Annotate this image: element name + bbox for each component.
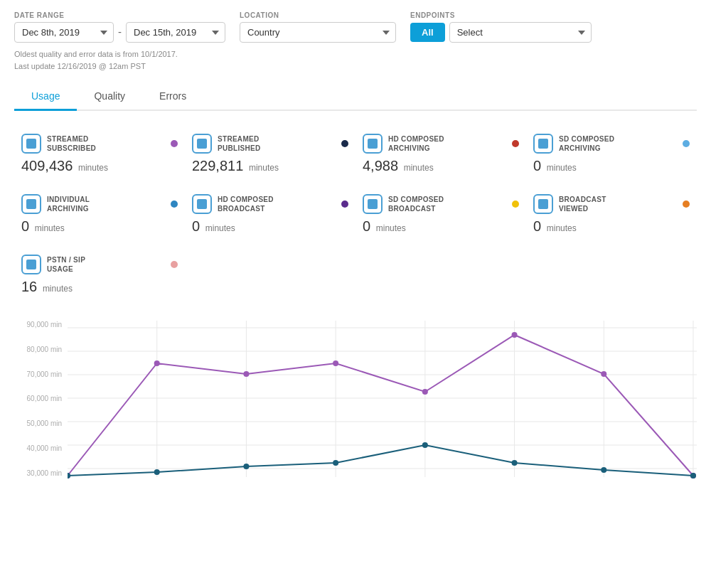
metric-dot <box>512 201 519 208</box>
metric-item-streamed-subscribed: STREAMEDSUBSCRIBED 409,436 minutes <box>14 125 185 186</box>
svg-point-19 <box>512 332 518 338</box>
metrics-grid: STREAMEDSUBSCRIBED 409,436 minutes STREA… <box>14 125 697 306</box>
metric-icon <box>21 134 41 154</box>
metric-value: 0 <box>533 218 541 234</box>
svg-point-24 <box>243 464 249 469</box>
endpoints-inputs: All Select <box>410 22 592 43</box>
y-axis-label: 70,000 min <box>14 370 62 378</box>
metric-dot <box>512 140 519 147</box>
date-range-label: DATE RANGE <box>14 11 225 19</box>
metric-item-hd-composed-archiving: HD COMPOSEDARCHIVING 4,988 minutes <box>356 125 526 186</box>
endpoints-label: ENDPOINTS <box>410 11 592 19</box>
y-axis-label: 50,000 min <box>14 419 62 427</box>
metric-icon <box>533 134 553 154</box>
tab-usage[interactable]: Usage <box>14 83 77 111</box>
metric-icon <box>192 194 212 214</box>
metric-icon-inner <box>368 139 378 149</box>
metric-item-pstn-sip-usage: PSTN / SIPUSAGE 16 minutes <box>14 246 185 306</box>
metric-header: PSTN / SIPUSAGE <box>21 255 178 274</box>
chart-wrapper: 90,000 min80,000 min70,000 min60,000 min… <box>14 321 697 491</box>
date-separator: - <box>118 26 122 38</box>
metric-header: STREAMEDSUBSCRIBED <box>21 134 178 154</box>
metric-value: 229,811 <box>192 158 243 173</box>
metric-value-row: 0 minutes <box>363 218 519 235</box>
all-button[interactable]: All <box>410 23 445 42</box>
metric-value-row: 16 minutes <box>21 279 178 295</box>
metric-icon-inner <box>368 199 378 209</box>
endpoints-select[interactable]: Select <box>449 22 592 43</box>
metric-dot <box>341 140 348 147</box>
svg-point-25 <box>333 460 338 466</box>
metric-dot <box>683 201 690 208</box>
metric-value: 4,988 <box>363 158 398 173</box>
metric-header: BROADCASTVIEWED <box>533 194 690 214</box>
metric-value-row: 0 minutes <box>21 218 178 235</box>
endpoints-group: ENDPOINTS All Select <box>410 11 592 43</box>
metric-value: 16 <box>21 279 37 294</box>
chart-container <box>68 321 697 491</box>
metric-title: BROADCASTVIEWED <box>559 195 677 213</box>
main-container: DATE RANGE Dec 8th, 2019 - Dec 15th, 201… <box>0 0 711 503</box>
location-group: LOCATION Country Region City <box>240 11 396 43</box>
tab-errors[interactable]: Errors <box>142 83 203 111</box>
date-end-select[interactable]: Dec 15th, 2019 <box>126 22 225 43</box>
metric-icon-inner <box>26 260 36 269</box>
metric-unit: minutes <box>43 284 73 294</box>
metric-item-hd-composed-broadcast: HD COMPOSEDBROADCAST 0 minutes <box>185 186 356 246</box>
metric-icon <box>21 255 41 274</box>
metric-unit: minutes <box>404 163 434 173</box>
svg-point-26 <box>422 442 428 448</box>
metric-icon <box>21 194 41 214</box>
metric-value-row: 0 minutes <box>533 158 690 174</box>
metric-title: STREAMEDPUBLISHED <box>218 134 336 153</box>
metric-unit: minutes <box>547 163 577 173</box>
svg-point-23 <box>154 469 160 475</box>
metric-unit: minutes <box>78 163 108 173</box>
metric-unit: minutes <box>547 223 577 233</box>
metric-icon <box>363 134 383 154</box>
svg-point-15 <box>154 360 160 366</box>
update-info: Oldest quality and error data is from 10… <box>14 48 697 72</box>
update-line2: Last update 12/16/2019 @ 12am PST <box>14 60 697 73</box>
metric-header: STREAMEDPUBLISHED <box>192 134 348 154</box>
metric-title: HD COMPOSEDARCHIVING <box>388 134 506 153</box>
metric-item-broadcast-viewed: BROADCASTVIEWED 0 minutes <box>526 186 697 246</box>
y-axis-label: 80,000 min <box>14 346 62 353</box>
svg-point-20 <box>601 371 606 377</box>
svg-point-17 <box>333 360 338 366</box>
date-start-select[interactable]: Dec 8th, 2019 <box>14 22 114 43</box>
svg-point-28 <box>601 467 606 473</box>
y-axis-label: 30,000 min <box>14 469 62 477</box>
metric-icon-inner <box>197 199 207 209</box>
metric-header: SD COMPOSEDARCHIVING <box>533 134 690 154</box>
metric-dot <box>341 201 348 208</box>
metric-icon <box>363 194 383 214</box>
metric-dot <box>171 201 178 208</box>
metric-icon-inner <box>26 199 36 209</box>
metric-icon <box>192 134 212 154</box>
metric-unit: minutes <box>35 223 65 233</box>
metric-icon-inner <box>197 139 207 149</box>
metric-title: INDIVIDUALARCHIVING <box>47 195 165 213</box>
metric-value: 0 <box>21 218 29 234</box>
metric-value-row: 0 minutes <box>533 218 690 235</box>
date-range-group: DATE RANGE Dec 8th, 2019 - Dec 15th, 201… <box>14 11 225 43</box>
date-range-inputs: Dec 8th, 2019 - Dec 15th, 2019 <box>14 22 225 43</box>
metric-value-row: 0 minutes <box>192 218 348 235</box>
metric-value: 0 <box>363 218 370 234</box>
tab-quality[interactable]: Quality <box>77 83 142 111</box>
metric-header: HD COMPOSEDBROADCAST <box>192 194 348 214</box>
metric-header: INDIVIDUALARCHIVING <box>21 194 178 214</box>
metric-value-row: 409,436 minutes <box>21 158 178 174</box>
svg-point-27 <box>512 460 518 466</box>
metric-item-sd-composed-archiving: SD COMPOSEDARCHIVING 0 minutes <box>526 125 697 186</box>
metric-icon <box>533 194 553 214</box>
location-select[interactable]: Country Region City <box>240 22 396 43</box>
y-axis-label: 40,000 min <box>14 444 62 452</box>
chart-svg <box>68 321 697 491</box>
metric-icon-inner <box>538 199 548 209</box>
tabs-container: Usage Quality Errors <box>14 83 697 111</box>
metric-dot <box>683 140 690 147</box>
metric-unit: minutes <box>376 223 406 233</box>
metric-value-row: 229,811 minutes <box>192 158 348 174</box>
